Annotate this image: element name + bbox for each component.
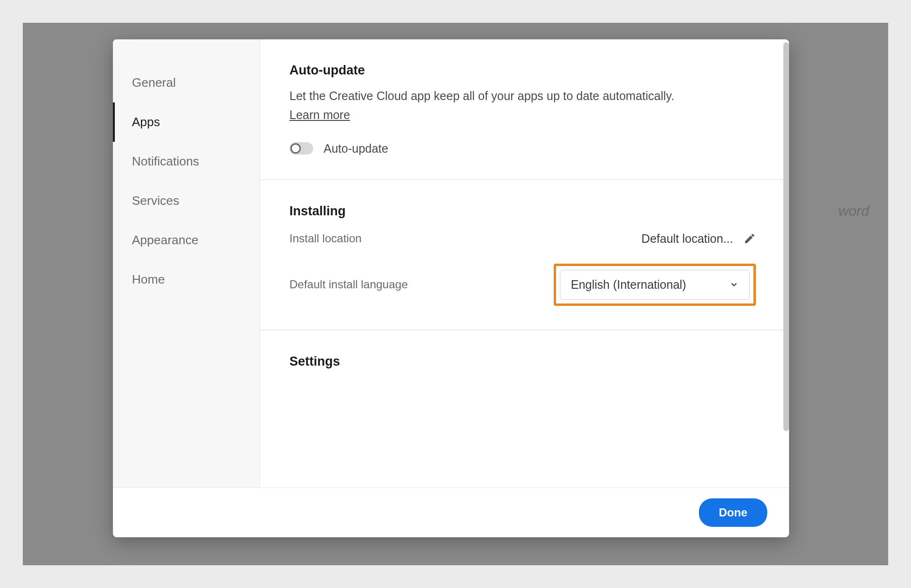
- content-wrapper: Auto-update Let the Creative Cloud app k…: [260, 39, 789, 487]
- learn-more-link[interactable]: Learn more: [289, 108, 350, 122]
- auto-update-title: Auto-update: [289, 63, 756, 78]
- installing-title: Installing: [289, 204, 756, 219]
- auto-update-section: Auto-update Let the Creative Cloud app k…: [260, 39, 789, 180]
- toggle-knob: [290, 143, 301, 154]
- dialog-body: General Apps Notifications Services Appe…: [113, 39, 789, 487]
- install-language-row: Default install language English (Intern…: [289, 264, 756, 306]
- scrollbar[interactable]: [783, 42, 789, 431]
- install-location-value: Default location...: [641, 232, 733, 246]
- sidebar-item-services[interactable]: Services: [113, 181, 260, 220]
- settings-section: Settings: [260, 331, 789, 402]
- settings-title: Settings: [289, 354, 756, 369]
- auto-update-toggle[interactable]: [289, 142, 313, 155]
- content-area: Auto-update Let the Creative Cloud app k…: [260, 39, 789, 487]
- language-select-value: English (International): [571, 278, 686, 292]
- auto-update-description: Let the Creative Cloud app keep all of y…: [289, 87, 756, 105]
- preferences-dialog: General Apps Notifications Services Appe…: [113, 39, 789, 537]
- background-overlay: word General Apps Notifications Services…: [23, 23, 888, 565]
- done-button[interactable]: Done: [699, 498, 767, 527]
- install-location-value-group: Default location...: [641, 232, 756, 246]
- sidebar-item-apps[interactable]: Apps: [113, 102, 260, 142]
- auto-update-toggle-row: Auto-update: [289, 142, 756, 156]
- chevron-down-icon: [729, 280, 739, 289]
- dialog-footer: Done: [113, 487, 789, 537]
- language-select[interactable]: English (International): [560, 270, 750, 300]
- sidebar-item-appearance[interactable]: Appearance: [113, 220, 260, 260]
- install-location-label: Install location: [289, 232, 362, 245]
- install-language-label: Default install language: [289, 278, 408, 291]
- installing-section: Installing Install location Default loca…: [260, 180, 789, 331]
- sidebar-item-notifications[interactable]: Notifications: [113, 142, 260, 181]
- sidebar-item-general[interactable]: General: [113, 63, 260, 102]
- highlight-annotation: English (International): [554, 264, 756, 306]
- sidebar-item-home[interactable]: Home: [113, 260, 260, 299]
- sidebar: General Apps Notifications Services Appe…: [113, 39, 260, 487]
- install-location-row: Install location Default location...: [289, 232, 756, 246]
- auto-update-toggle-label: Auto-update: [324, 142, 388, 156]
- pencil-icon[interactable]: [744, 232, 756, 245]
